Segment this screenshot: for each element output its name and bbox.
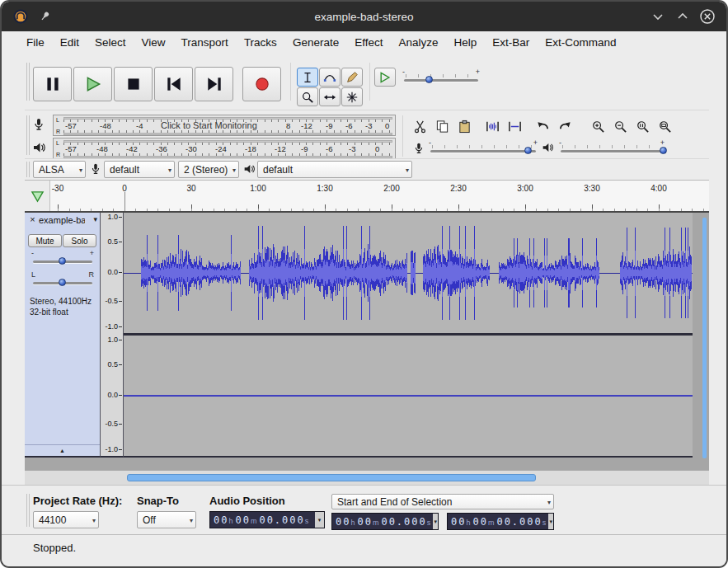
meter-scale-value: 0 <box>375 144 379 153</box>
multi-tool-button[interactable] <box>341 87 363 106</box>
collapse-track-button[interactable]: ▲ <box>25 444 100 456</box>
undo-button[interactable] <box>532 116 553 136</box>
time-hours[interactable]: 00 <box>336 516 350 528</box>
track-menu-icon[interactable]: ▾ <box>93 215 97 223</box>
zoom-out-button[interactable] <box>609 116 631 136</box>
pin-icon[interactable] <box>36 7 54 26</box>
chevron-down-icon[interactable] <box>649 7 667 26</box>
time-minutes[interactable]: 00 <box>235 514 250 526</box>
playback-device-select[interactable]: default ▾ <box>257 161 412 178</box>
slider-thumb[interactable] <box>59 257 66 265</box>
time-hours[interactable]: 00 <box>451 516 466 528</box>
time-spinner[interactable]: ▾ <box>433 514 438 529</box>
close-button[interactable] <box>698 7 716 26</box>
menu-generate[interactable]: Generate <box>293 36 339 49</box>
zoom-in-button[interactable] <box>587 116 608 136</box>
horizontal-scrollbar[interactable] <box>25 470 709 485</box>
recording-volume-slider[interactable]: - + <box>429 140 538 157</box>
time-hours[interactable]: 00 <box>214 514 228 526</box>
track-name[interactable]: example-ba <box>39 215 85 225</box>
menu-file[interactable]: File <box>26 36 45 49</box>
toolbar-grip[interactable] <box>26 494 30 527</box>
slider-thumb[interactable] <box>59 279 66 286</box>
menu-view[interactable]: View <box>142 36 166 49</box>
menu-ext-bar[interactable]: Ext-Bar <box>492 36 529 49</box>
time-seconds[interactable]: 00.000 <box>259 514 304 526</box>
time-spinner[interactable]: ▾ <box>548 514 553 529</box>
pan-slider[interactable]: L R <box>31 272 94 289</box>
menu-tracks[interactable]: Tracks <box>244 36 277 49</box>
pause-button[interactable] <box>33 67 72 101</box>
timeline-options-button[interactable] <box>25 181 49 212</box>
play-speed-slider[interactable]: - + <box>402 69 480 86</box>
selection-mode-select[interactable]: Start and End of Selection ▾ <box>331 494 554 509</box>
play-button[interactable] <box>73 67 112 101</box>
menu-effect[interactable]: Effect <box>355 36 383 49</box>
project-rate-select[interactable]: 44100 ▾ <box>33 511 99 528</box>
horizontal-scrollbar-thumb[interactable] <box>127 474 536 481</box>
recording-meter[interactable]: L R -57 -48 -4 Click to Start Monitoring… <box>53 115 396 136</box>
playback-meter[interactable]: L R -57 -48 -42 -36 -30 -24 -18 -12 -9 -… <box>53 138 396 159</box>
meter-scale-value: -48 <box>96 144 108 153</box>
monitoring-text[interactable]: Click to Start Monitoring <box>161 120 257 130</box>
recording-device-select[interactable]: default ▾ <box>104 161 175 178</box>
fit-project-button[interactable] <box>654 116 675 136</box>
copy-button[interactable] <box>431 116 453 136</box>
fit-selection-button[interactable] <box>632 116 653 136</box>
time-seconds[interactable]: 00.000 <box>496 516 542 528</box>
time-minutes[interactable]: 00 <box>357 516 372 528</box>
selection-end-display[interactable]: 00h 00m 00.000s ▾ <box>447 513 554 530</box>
unit-s: s <box>427 519 431 527</box>
close-track-button[interactable]: × <box>27 214 38 225</box>
stop-button[interactable] <box>114 67 153 101</box>
record-button[interactable] <box>242 67 281 101</box>
draw-tool-button[interactable] <box>341 68 363 87</box>
vertical-scrollbar-thumb[interactable] <box>702 218 707 458</box>
time-minutes[interactable]: 00 <box>472 516 487 528</box>
snap-to-select[interactable]: Off ▾ <box>137 511 196 528</box>
slider-thumb[interactable] <box>524 147 532 154</box>
meter-scale-value: -12 <box>275 144 286 153</box>
recording-channels-select[interactable]: 2 (Stereo) ▾ <box>178 161 239 178</box>
menu-select[interactable]: Select <box>95 36 126 49</box>
waveform-channel-right[interactable] <box>124 336 693 456</box>
chevron-up-icon[interactable] <box>674 7 692 26</box>
skip-to-end-button[interactable] <box>195 67 233 101</box>
menu-edit[interactable]: Edit <box>60 36 79 49</box>
plus-label: + <box>90 249 94 257</box>
selection-start-display[interactable]: 00h 00m 00.000s ▾ <box>331 513 439 530</box>
paste-button[interactable] <box>453 116 475 136</box>
skip-to-start-button[interactable] <box>154 67 193 101</box>
selection-tool-button[interactable] <box>297 68 318 87</box>
gain-slider[interactable]: - + <box>31 251 94 267</box>
waveform-channel-left[interactable] <box>124 213 693 333</box>
toolbar-grip[interactable] <box>26 63 30 101</box>
time-shift-tool-button[interactable] <box>319 87 341 106</box>
redo-button[interactable] <box>554 116 575 136</box>
vertical-scrollbar[interactable] <box>699 213 709 468</box>
time-spinner[interactable]: ▾ <box>315 512 324 528</box>
toolbar-grip[interactable] <box>26 162 30 177</box>
audio-host-select[interactable]: ALSA ▾ <box>33 161 86 178</box>
audio-position-display[interactable]: 00h 00m 00.000s ▾ <box>209 511 325 528</box>
envelope-tool-button[interactable] <box>319 68 341 87</box>
slider-thumb[interactable] <box>425 76 433 83</box>
menu-help[interactable]: Help <box>453 36 477 49</box>
timeline-ruler[interactable]: -30 0 30 1:00 1:30 2:00 2:30 3:00 3:30 4… <box>49 181 709 212</box>
solo-button[interactable]: Solo <box>63 234 96 247</box>
trim-audio-button[interactable] <box>481 116 503 136</box>
time-seconds[interactable]: 00.000 <box>381 516 426 528</box>
toolbar-grip[interactable] <box>26 115 30 155</box>
menu-ext-command[interactable]: Ext-Command <box>545 36 616 49</box>
play-at-speed-button[interactable] <box>374 68 396 87</box>
vertical-ruler[interactable]: 1.0 0.5 0.0 -0.5 -1.0 1.0 0.5 0.0 -0.5 -… <box>101 213 124 458</box>
silence-audio-button[interactable] <box>504 116 525 136</box>
menu-analyze[interactable]: Analyze <box>398 36 438 49</box>
mute-button[interactable]: Mute <box>28 234 62 247</box>
zoom-tool-button[interactable] <box>297 87 318 106</box>
minus-label: - <box>429 138 431 147</box>
cut-button[interactable] <box>409 116 430 136</box>
playback-volume-slider[interactable]: - + <box>559 140 665 157</box>
slider-thumb[interactable] <box>660 147 667 154</box>
menu-transport[interactable]: Transport <box>181 36 228 49</box>
